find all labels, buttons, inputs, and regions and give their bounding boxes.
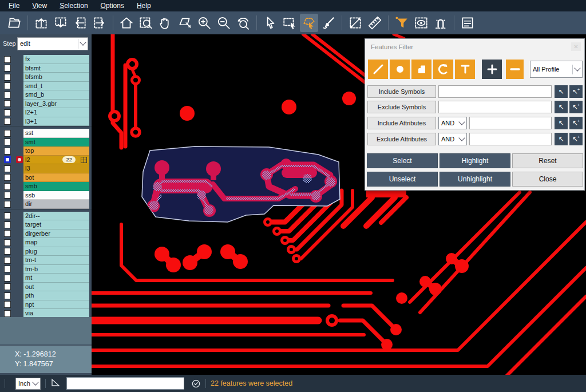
layer-checkbox[interactable]: [4, 148, 11, 155]
menu-help[interactable]: Help: [132, 1, 156, 11]
layer-row-bfsmb[interactable]: bfsmb: [0, 73, 92, 82]
layer-row-l2+1[interactable]: l2+1: [0, 108, 92, 117]
layer-checkbox[interactable]: [4, 239, 11, 246]
include-attributes-button[interactable]: Include Attributes: [367, 117, 436, 129]
layer-name[interactable]: mt: [23, 274, 89, 283]
pane-right-icon[interactable]: [90, 14, 109, 32]
layer-row-dirgerber[interactable]: dirgerber: [0, 229, 92, 239]
rect-select-icon[interactable]: [280, 14, 299, 32]
layer-checkbox[interactable]: [4, 221, 11, 228]
layer-row-smb[interactable]: smb: [0, 182, 92, 191]
layer-row-bot[interactable]: bot: [0, 173, 92, 183]
filter-icon[interactable]: [393, 14, 411, 32]
layer-name[interactable]: ssb: [23, 191, 89, 200]
units-combo[interactable]: Inch: [15, 378, 41, 390]
layer-checkbox[interactable]: [4, 100, 11, 107]
layer-name[interactable]: l222: [23, 156, 89, 165]
filter-remove-icon[interactable]: [506, 60, 524, 79]
layer-name[interactable]: bfsmt: [23, 64, 89, 73]
layer-row-fx[interactable]: fx: [0, 55, 92, 64]
exclude-symbols-button[interactable]: Exclude Symbols: [367, 101, 436, 113]
layer-name[interactable]: map: [23, 238, 89, 247]
reset-button[interactable]: Reset: [512, 153, 583, 168]
layer-checkbox[interactable]: [4, 266, 11, 272]
layer-name[interactable]: tm-t: [23, 256, 89, 265]
layer-checkbox[interactable]: [4, 230, 11, 237]
layer-row-npt[interactable]: npt: [0, 300, 92, 310]
exclude-attributes-button[interactable]: Exclude Attributes: [367, 133, 436, 145]
layer-name[interactable]: smb: [23, 182, 89, 191]
layer-name[interactable]: plug: [23, 247, 89, 256]
layer-row-target[interactable]: target: [0, 220, 92, 229]
layer-row-plug[interactable]: plug: [0, 247, 92, 256]
layer-checkbox[interactable]: [4, 292, 11, 299]
layer-name[interactable]: target: [23, 220, 89, 229]
pan-hand-icon[interactable]: [156, 14, 175, 32]
filter-line-icon[interactable]: [368, 60, 388, 79]
layer-checkbox[interactable]: [4, 283, 11, 290]
close-button[interactable]: Close: [512, 172, 583, 187]
layer-name[interactable]: bfsmb: [23, 73, 89, 82]
filter-add-icon[interactable]: [482, 60, 502, 79]
zoom-area-icon[interactable]: [137, 14, 155, 32]
layer-row-2dir--[interactable]: 2dir--: [0, 212, 92, 221]
layer-checkbox[interactable]: [4, 138, 11, 145]
layer-checkbox[interactable]: [4, 183, 11, 190]
layer-row-top[interactable]: top: [0, 146, 92, 156]
layer-name[interactable]: dirgerber: [23, 229, 89, 239]
filter-text-icon[interactable]: [455, 60, 475, 79]
layer-name[interactable]: npt: [23, 300, 89, 310]
exclude-attributes-operator[interactable]: AND: [438, 133, 467, 145]
zoom-out-icon[interactable]: [215, 14, 233, 32]
layer-name[interactable]: layer_3.gbr: [23, 100, 89, 109]
layer-row-smd_t[interactable]: smd_t: [0, 82, 92, 91]
pick-symbol-button[interactable]: ↖: [555, 101, 568, 113]
include-attributes-operator[interactable]: AND: [438, 117, 467, 129]
layer-row-map[interactable]: map: [0, 238, 92, 247]
layer-row-bfsmt[interactable]: bfsmt: [0, 64, 92, 73]
ruler-icon[interactable]: [366, 14, 384, 32]
layer-row-dir[interactable]: dir: [0, 200, 92, 209]
layer-name[interactable]: top: [23, 146, 89, 156]
close-icon[interactable]: ✕: [571, 42, 581, 51]
layer-name[interactable]: l3+1: [23, 117, 89, 126]
layer-name[interactable]: l3: [23, 164, 89, 173]
menu-file[interactable]: File: [3, 1, 25, 11]
layer-checkbox[interactable]: [4, 74, 11, 81]
layer-row-pth[interactable]: pth: [0, 291, 92, 300]
layer-row-tm-t[interactable]: tm-t: [0, 256, 92, 265]
include-attributes-input[interactable]: [469, 117, 552, 129]
select-cursor-icon[interactable]: [261, 14, 279, 32]
command-input[interactable]: [66, 377, 184, 390]
layers-form-icon[interactable]: [458, 14, 477, 32]
layer-checkbox[interactable]: [4, 92, 11, 98]
pane-down-icon[interactable]: [52, 14, 70, 32]
layer-row-layer_3.gbr[interactable]: layer_3.gbr: [0, 100, 92, 109]
refresh-check-icon[interactable]: [191, 379, 201, 389]
grid-icon[interactable]: [81, 157, 87, 163]
pick-symbol-add-button[interactable]: ↖+: [569, 85, 583, 98]
pick-attribute-add-button[interactable]: ↖+: [569, 117, 583, 129]
home-icon[interactable]: [117, 14, 136, 32]
pane-up-icon[interactable]: [32, 14, 50, 32]
filter-pad-icon[interactable]: [390, 60, 410, 79]
zoom-polygon-icon[interactable]: [176, 14, 194, 32]
layer-row-sst[interactable]: sst: [0, 129, 92, 138]
filter-surface-icon[interactable]: [411, 60, 431, 79]
menu-view[interactable]: View: [27, 1, 52, 11]
layer-checkbox[interactable]: [4, 310, 11, 317]
layer-name[interactable]: out: [23, 283, 89, 292]
pick-attribute-add-button[interactable]: ↖+: [569, 133, 583, 145]
highlight-button[interactable]: Highlight: [440, 153, 510, 168]
layer-row-ssb[interactable]: ssb: [0, 191, 92, 200]
layer-name[interactable]: smd_t: [23, 82, 89, 91]
layer-checkbox[interactable]: [4, 192, 11, 199]
include-symbols-input[interactable]: [438, 85, 552, 98]
polygon-select-icon[interactable]: [300, 14, 318, 32]
layer-checkbox[interactable]: [4, 65, 11, 72]
measure-icon[interactable]: [346, 14, 365, 32]
layer-checkbox[interactable]: [4, 56, 11, 63]
layer-checkbox[interactable]: [4, 174, 11, 181]
layer-checkbox[interactable]: [4, 82, 11, 89]
exclude-symbols-input[interactable]: [438, 101, 552, 113]
